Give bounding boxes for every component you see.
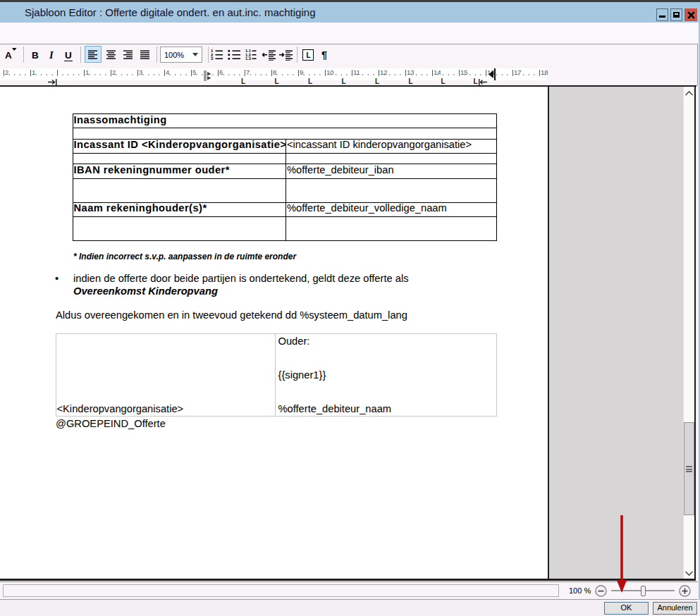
svg-text:7: 7 bbox=[246, 68, 250, 76]
svg-text:14: 14 bbox=[434, 68, 441, 76]
svg-text:1: 1 bbox=[32, 68, 35, 76]
svg-text:4: 4 bbox=[166, 68, 169, 76]
svg-text:18: 18 bbox=[541, 68, 548, 76]
svg-text:6: 6 bbox=[219, 68, 223, 76]
svg-text:2: 2 bbox=[112, 68, 116, 76]
svg-text:10: 10 bbox=[326, 68, 334, 76]
svg-text:3: 3 bbox=[139, 68, 142, 76]
svg-text:2: 2 bbox=[5, 68, 8, 76]
svg-text:8: 8 bbox=[273, 68, 276, 76]
svg-text:9: 9 bbox=[300, 68, 303, 76]
svg-text:5: 5 bbox=[192, 68, 196, 76]
svg-text:15: 15 bbox=[460, 68, 468, 76]
svg-text:1.3: 1.3 bbox=[245, 56, 251, 61]
svg-text:1: 1 bbox=[85, 68, 89, 76]
svg-text:11: 11 bbox=[353, 68, 360, 76]
svg-text:13: 13 bbox=[407, 68, 415, 76]
svg-text:12: 12 bbox=[380, 68, 388, 76]
svg-text:3: 3 bbox=[211, 56, 214, 61]
svg-text:17: 17 bbox=[514, 68, 522, 76]
